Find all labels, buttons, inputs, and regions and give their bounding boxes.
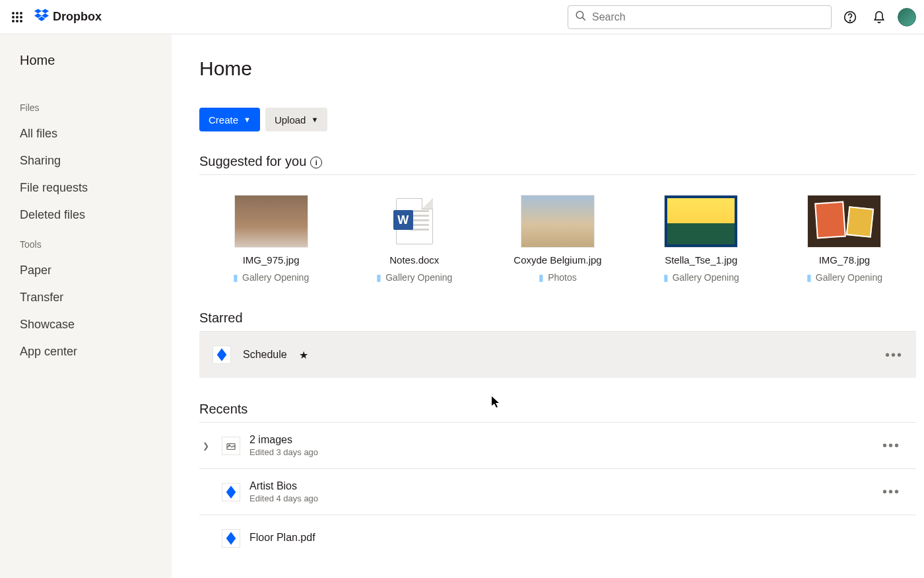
dropbox-logo[interactable]: Dropbox (34, 9, 102, 25)
recent-item-name: Artist Bios (249, 480, 318, 492)
suggested-folder[interactable]: ▮Gallery Opening (807, 272, 882, 283)
suggested-item[interactable]: IMG_975.jpg ▮Gallery Opening (199, 195, 343, 283)
chevron-down-icon: ▼ (244, 116, 251, 124)
sidebar-item-paper[interactable]: Paper (20, 258, 152, 283)
svg-point-1 (16, 12, 18, 15)
sidebar-home[interactable]: Home (20, 53, 152, 68)
upload-button[interactable]: Upload ▼ (265, 108, 327, 131)
main-content: Home Create ▼ Upload ▼ Suggested for you… (172, 34, 924, 578)
thumbnail-image (234, 195, 308, 248)
more-actions-icon[interactable]: ••• (882, 438, 911, 453)
suggested-item[interactable]: W Notes.docx ▮Gallery Opening (343, 195, 486, 283)
sidebar-item-showcase[interactable]: Showcase (20, 312, 152, 338)
account-avatar[interactable] (898, 8, 916, 26)
svg-point-2 (20, 12, 22, 15)
svg-marker-11 (34, 13, 42, 18)
app-grid-icon[interactable] (8, 8, 26, 26)
recent-item[interactable]: Floor Plan.pdf (199, 515, 916, 561)
recent-item-name: Floor Plan.pdf (249, 532, 315, 544)
recents-heading: Recents (199, 402, 924, 417)
star-icon[interactable]: ★ (299, 349, 308, 361)
folder-icon: ▮ (663, 272, 669, 283)
create-button[interactable]: Create ▼ (199, 108, 260, 131)
svg-point-19 (229, 445, 230, 446)
sidebar-item-all-files[interactable]: All files (20, 121, 152, 147)
svg-marker-10 (42, 9, 49, 13)
suggested-grid: IMG_975.jpg ▮Gallery Opening W Notes.doc… (199, 195, 916, 283)
suggested-filename: Coxyde Belgium.jpg (513, 254, 601, 266)
search-input[interactable] (592, 11, 824, 23)
svg-point-0 (12, 12, 15, 15)
search-field[interactable] (568, 5, 832, 29)
chevron-down-icon: ▼ (311, 116, 318, 124)
info-icon[interactable]: i (310, 157, 322, 168)
recent-item[interactable]: ❯ 2 images Edited 3 days ago ••• (199, 422, 916, 468)
svg-point-7 (16, 20, 18, 22)
image-stack-icon (222, 437, 240, 455)
sidebar-item-deleted-files[interactable]: Deleted files (20, 202, 152, 228)
suggested-filename: IMG_78.jpg (819, 254, 871, 266)
notifications-icon[interactable] (869, 7, 890, 28)
svg-point-14 (576, 11, 583, 18)
suggested-filename: Stella_Tse_1.jpg (665, 254, 737, 266)
recent-item-meta: Edited 3 days ago (249, 447, 318, 457)
svg-point-17 (849, 20, 850, 20)
thumbnail-image (664, 195, 738, 248)
recents-list: ❯ 2 images Edited 3 days ago ••• Artist … (199, 422, 924, 561)
recent-item-meta: Edited 4 days ago (249, 493, 318, 503)
suggested-folder[interactable]: ▮Gallery Opening (376, 272, 452, 283)
suggested-folder[interactable]: ▮Gallery Opening (233, 272, 309, 283)
page-title: Home (199, 57, 924, 80)
svg-point-4 (16, 16, 18, 18)
sidebar: Home Files All files Sharing File reques… (0, 34, 172, 578)
suggested-heading: Suggested for you i (199, 154, 924, 169)
svg-point-3 (12, 16, 15, 18)
sidebar-files-label: Files (20, 102, 152, 113)
suggested-folder[interactable]: ▮Photos (539, 272, 577, 283)
suggested-item[interactable]: IMG_78.jpg ▮Gallery Opening (773, 195, 916, 283)
paper-doc-icon (222, 483, 240, 501)
recent-item[interactable]: Artist Bios Edited 4 days ago ••• (199, 468, 916, 515)
paper-doc-icon (213, 345, 231, 364)
upload-button-label: Upload (275, 114, 306, 126)
dropbox-mark-icon (34, 9, 49, 25)
sidebar-item-app-center[interactable]: App center (20, 339, 152, 365)
svg-point-8 (20, 20, 22, 22)
svg-point-5 (20, 16, 22, 18)
folder-icon: ▮ (233, 272, 238, 283)
create-button-label: Create (209, 114, 238, 126)
suggested-item[interactable]: Stella_Tse_1.jpg ▮Gallery Opening (630, 195, 773, 283)
folder-icon: ▮ (807, 272, 812, 283)
suggested-filename: IMG_975.jpg (243, 254, 300, 266)
suggested-item[interactable]: Coxyde Belgium.jpg ▮Photos (486, 195, 629, 283)
svg-marker-9 (34, 9, 42, 13)
svg-marker-13 (38, 17, 46, 21)
suggested-folder[interactable]: ▮Gallery Opening (663, 272, 739, 283)
top-bar: Dropbox (0, 0, 924, 34)
svg-line-15 (583, 17, 585, 20)
svg-point-6 (12, 20, 15, 22)
folder-icon: ▮ (376, 272, 381, 283)
chevron-right-icon[interactable]: ❯ (199, 441, 213, 451)
recent-item-name: 2 images (249, 434, 318, 446)
starred-item[interactable]: Schedule ★ ••• (199, 332, 916, 378)
folder-icon: ▮ (539, 272, 544, 283)
thumbnail-image (807, 195, 881, 248)
sidebar-item-file-requests[interactable]: File requests (20, 175, 152, 201)
sidebar-item-transfer[interactable]: Transfer (20, 285, 152, 310)
starred-heading: Starred (199, 310, 924, 326)
paper-doc-icon (222, 529, 240, 548)
action-bar: Create ▼ Upload ▼ (199, 108, 924, 131)
brand-text: Dropbox (53, 10, 102, 24)
more-actions-icon[interactable]: ••• (885, 347, 903, 363)
more-actions-icon[interactable]: ••• (882, 484, 911, 499)
sidebar-tools-label: Tools (20, 239, 152, 250)
search-icon (575, 10, 587, 24)
starred-item-name: Schedule (243, 349, 287, 361)
sidebar-item-sharing[interactable]: Sharing (20, 148, 152, 174)
suggested-filename: Notes.docx (389, 254, 439, 266)
word-document-icon: W (396, 198, 433, 244)
svg-marker-12 (42, 13, 49, 18)
help-icon[interactable] (840, 7, 861, 28)
thumbnail-image (521, 195, 595, 248)
